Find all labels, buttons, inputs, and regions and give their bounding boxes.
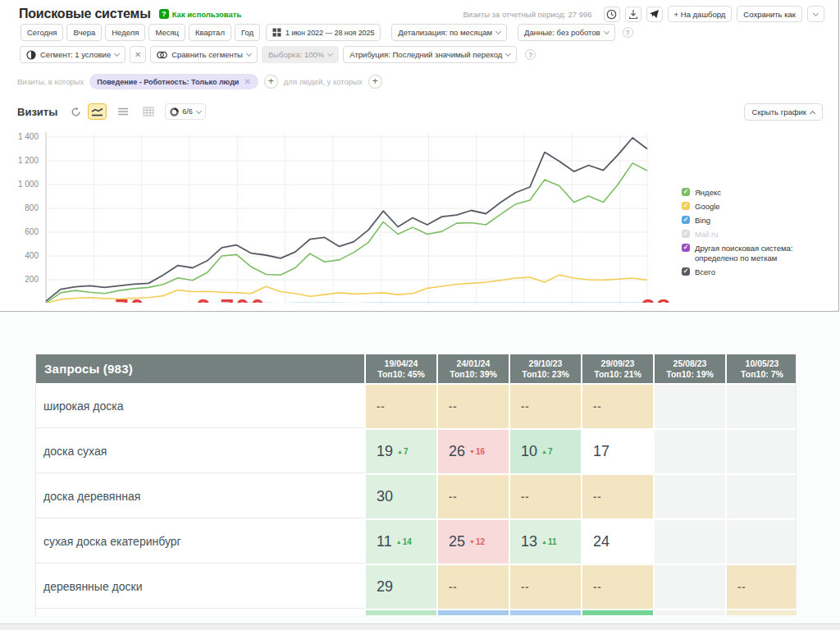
- period-yesterday[interactable]: Вчера: [66, 24, 102, 41]
- add-visit-filter-button[interactable]: +: [264, 75, 278, 89]
- page: 2004006008001 0001 2001 400 с 70 до 2 70…: [0, 0, 840, 630]
- query-cell[interactable]: деревянные доски: [36, 565, 364, 609]
- column-header-1[interactable]: 24/01/24Топ10: 39%: [438, 354, 509, 383]
- query-cell[interactable]: доска сухая: [36, 430, 364, 473]
- column-date: 10/05/23: [746, 358, 779, 369]
- lower-section: Запросы (983)19/04/24Топ10: 45%24/01/24Т…: [0, 312, 840, 630]
- query-cell[interactable]: [36, 610, 364, 615]
- position-delta: ▲7: [397, 447, 409, 456]
- legend-label: Другая поисковая система: определено по …: [695, 244, 828, 263]
- legend-checkbox-icon[interactable]: ✓: [682, 188, 690, 196]
- chip-close-icon[interactable]: ✕: [244, 77, 250, 86]
- refresh-button[interactable]: [71, 107, 81, 117]
- legend-checkbox-icon[interactable]: ✓: [682, 267, 690, 276]
- legend-item-3[interactable]: ✓Mail.ru: [682, 230, 828, 240]
- export-button[interactable]: [625, 7, 641, 22]
- legend-label: Google: [695, 202, 720, 212]
- robots-filter-chip[interactable]: Поведение - Роботность: Только люди ✕: [89, 74, 258, 89]
- period-toolbar: Сегодня Вчера Неделя Месяц Квартал Год 1…: [21, 24, 633, 41]
- position-value: 25: [449, 533, 465, 550]
- period-month[interactable]: Месяц: [148, 24, 185, 41]
- legend-checkbox-icon[interactable]: ✓: [682, 202, 690, 210]
- position-value: 30: [377, 488, 393, 505]
- filter-row: Визиты, в которых Поведение - Роботность…: [17, 74, 382, 89]
- positions-table: Запросы (983)19/04/24Топ10: 45%24/01/24Т…: [35, 354, 797, 615]
- how-to-use-link[interactable]: ? Как использовать: [159, 9, 242, 19]
- line-series-yandex: [46, 163, 647, 303]
- segment-button[interactable]: Сегмент: 1 условие: [20, 46, 126, 63]
- position-cell: 10▲7: [510, 430, 581, 473]
- position-cell: --: [438, 385, 509, 428]
- add-to-dashboard-button[interactable]: + На дашборд: [668, 6, 733, 22]
- date-range-button[interactable]: 1 июн 2022 — 28 ноя 2025: [266, 24, 381, 41]
- data-mode-help-icon[interactable]: ?: [623, 27, 633, 38]
- table-title: Запросы (983): [36, 354, 364, 383]
- period-today[interactable]: Сегодня: [21, 24, 63, 41]
- legend-item-2[interactable]: ✓Bing: [682, 216, 828, 226]
- position-cell: [655, 610, 725, 615]
- compare-segments-button[interactable]: Сравнить сегменты: [150, 46, 258, 63]
- position-value: 10: [521, 443, 537, 460]
- legend-item-0[interactable]: ✓Яндекс: [682, 188, 828, 198]
- legend-item-4[interactable]: ✓Другая поисковая система: определено по…: [682, 244, 828, 263]
- segment-label: Сегмент: 1 условие: [40, 50, 111, 59]
- save-as-button[interactable]: Сохранить как: [737, 6, 802, 22]
- position-cell: --: [727, 565, 797, 609]
- position-cell: 24: [582, 520, 653, 564]
- position-cell: 25▼12: [438, 520, 509, 564]
- legend-checkbox-icon[interactable]: ✓: [682, 230, 690, 238]
- position-cell: [655, 565, 725, 609]
- position-value: 13: [521, 533, 537, 550]
- telegram-share-button[interactable]: [646, 7, 663, 22]
- query-cell[interactable]: доска деревянная: [36, 475, 364, 518]
- sampling-select[interactable]: Выборка: 100%: [262, 46, 339, 63]
- legend-item-1[interactable]: ✓Google: [682, 202, 828, 212]
- hide-chart-button[interactable]: Скрыть график: [744, 103, 823, 121]
- chart-type-table-button[interactable]: [139, 103, 158, 120]
- series-count-select[interactable]: 6/6: [165, 103, 206, 120]
- period-quarter[interactable]: Квартал: [189, 24, 231, 41]
- svg-text:400: 400: [25, 251, 39, 260]
- chart-type-line-button[interactable]: [88, 103, 107, 120]
- segment-clear-button[interactable]: ✕: [130, 46, 146, 63]
- column-header-5[interactable]: 10/05/23Топ10: 7%: [727, 354, 797, 383]
- chart-legend: ✓Яндекс✓Google✓Bing✓Mail.ru✓Другая поиск…: [682, 188, 828, 281]
- header-actions: Визиты за отчетный период: 27 996: [463, 6, 824, 22]
- position-cell: --: [510, 475, 581, 518]
- segment-icon: [26, 50, 36, 60]
- column-top10: Топ10: 19%: [666, 369, 714, 380]
- add-people-filter-button[interactable]: +: [368, 75, 382, 89]
- query-cell[interactable]: сухая доска екатеринбург: [36, 520, 364, 564]
- position-cell: --: [582, 565, 653, 609]
- no-position-dash: --: [593, 581, 602, 593]
- attribution-help-icon[interactable]: ?: [525, 49, 536, 60]
- save-as-caret-button[interactable]: [807, 6, 824, 22]
- legend-checkbox-icon[interactable]: ✓: [682, 244, 690, 252]
- data-mode-select[interactable]: Данные: без роботов: [518, 24, 615, 41]
- save-as-label: Сохранить как: [743, 10, 796, 19]
- query-cell[interactable]: широкая доска: [36, 385, 364, 428]
- column-top10: Топ10: 23%: [522, 369, 569, 380]
- chart-type-stacked-button[interactable]: [113, 103, 132, 120]
- detail-select[interactable]: Детализация: по месяцам: [391, 24, 507, 41]
- attribution-select[interactable]: Атрибуция: Последний значимый переход: [343, 46, 517, 63]
- chevron-down-icon: [196, 107, 202, 113]
- compare-segments-label: Сравнить сегменты: [171, 50, 243, 59]
- period-year[interactable]: Год: [235, 24, 260, 41]
- position-cell: [727, 385, 797, 428]
- column-header-2[interactable]: 29/10/23Топ10: 23%: [510, 354, 581, 383]
- column-header-0[interactable]: 19/04/24Топ10: 45%: [366, 354, 436, 383]
- position-value: 19: [377, 443, 393, 460]
- legend-item-5[interactable]: ✓Всего: [682, 267, 828, 277]
- column-header-3[interactable]: 29/09/23Топ10: 21%: [582, 354, 653, 383]
- legend-checkbox-icon[interactable]: ✓: [682, 216, 690, 224]
- column-top10: Топ10: 21%: [594, 369, 641, 380]
- no-position-dash: --: [593, 491, 602, 503]
- chevron-down-icon: [327, 51, 333, 57]
- no-position-dash: --: [521, 491, 530, 503]
- position-value: 26: [449, 443, 465, 460]
- history-button[interactable]: [604, 7, 620, 22]
- column-header-4[interactable]: 25/08/23Топ10: 19%: [655, 354, 725, 383]
- svg-text:1 200: 1 200: [18, 156, 39, 165]
- period-week[interactable]: Неделя: [105, 24, 145, 41]
